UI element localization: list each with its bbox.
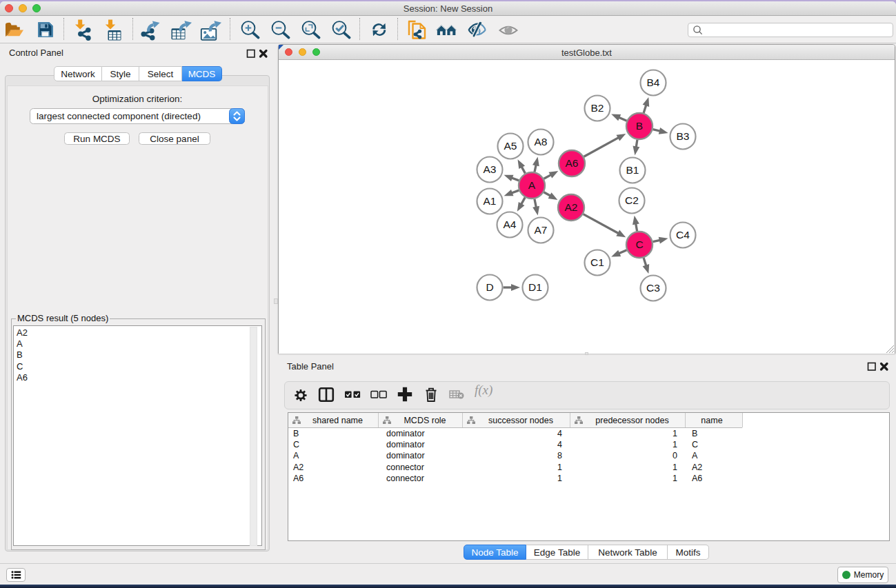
svg-text:A7: A7 bbox=[535, 224, 548, 236]
svg-text:D: D bbox=[486, 281, 493, 293]
svg-text:D1: D1 bbox=[528, 281, 542, 293]
svg-text:A: A bbox=[528, 179, 536, 191]
svg-text:B2: B2 bbox=[591, 102, 604, 114]
svg-text:A2: A2 bbox=[565, 201, 578, 213]
svg-text:C: C bbox=[635, 239, 643, 250]
svg-text:B4: B4 bbox=[647, 77, 660, 88]
svg-text:C3: C3 bbox=[646, 282, 660, 294]
svg-text:A5: A5 bbox=[504, 140, 517, 152]
svg-text:B: B bbox=[636, 120, 643, 132]
svg-text:C4: C4 bbox=[676, 229, 690, 241]
svg-text:A4: A4 bbox=[504, 219, 517, 230]
svg-text:C2: C2 bbox=[625, 194, 639, 206]
svg-text:C1: C1 bbox=[590, 256, 604, 268]
svg-text:A1: A1 bbox=[484, 195, 497, 207]
svg-text:A3: A3 bbox=[484, 163, 497, 175]
svg-text:B3: B3 bbox=[677, 130, 690, 142]
svg-text:B1: B1 bbox=[626, 164, 639, 176]
svg-text:A6: A6 bbox=[566, 157, 579, 169]
svg-text:A8: A8 bbox=[535, 136, 548, 148]
